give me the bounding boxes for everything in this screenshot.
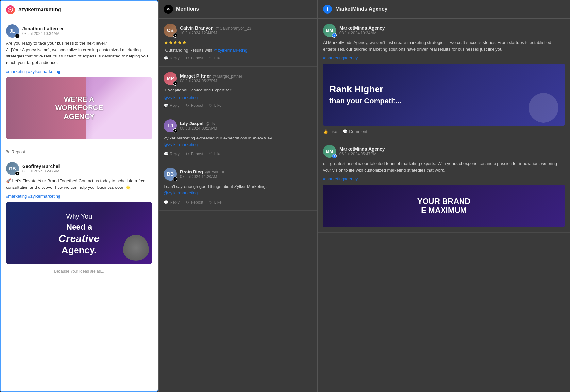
- repost-button-lily[interactable]: ↻ Repost: [185, 151, 203, 157]
- post-header-mm2: MM f MarketMinds Agency 06 Jul 2024 05:4…: [323, 145, 565, 158]
- repost-icon: ↻: [6, 149, 9, 154]
- reply-button-marget[interactable]: 💬 Reply: [164, 103, 180, 108]
- x-badge-geoffrey: ✕: [15, 171, 20, 176]
- comment-button-mm1[interactable]: 💬 Comment: [343, 129, 367, 134]
- left-column-title: #zylkermarketing: [18, 7, 61, 13]
- timestamp-geoffrey: 06 Jul 2024 05:47PM: [22, 169, 60, 173]
- user-header-row-lily: Lily Jaspal @Lily_j: [180, 121, 218, 126]
- user-info-calvin: Calvin Branyon @Calvinbranyon_23 10 Jul …: [180, 25, 251, 35]
- right-column: f MarketMinds Agency MM f MarketMinds Ag…: [318, 0, 570, 392]
- timestamp-jonathon: 08 Jul 2024 10:34AM: [22, 31, 64, 36]
- username-brain: Brain Bieg: [180, 169, 203, 174]
- user-info-mm2: MarketMinds Agency 06 Jul 2024 05:47PM: [339, 146, 385, 156]
- handle-lily: @Lily_j: [206, 122, 219, 126]
- avatar-brain: BB ✕: [164, 168, 177, 181]
- repost-icon-calvin: ↻: [185, 56, 190, 60]
- fb-post-2: MM f MarketMinds Agency 06 Jul 2024 05:4…: [318, 139, 570, 233]
- repost-button-marget[interactable]: ↻ Repost: [185, 103, 203, 108]
- handle-brain: @Brain_Bi: [205, 170, 224, 174]
- fb-actions-mm1: 👍 Like 💬 Comment: [323, 129, 565, 134]
- rank-text: Rank Higher than your Competit...: [329, 84, 401, 106]
- handle-marget: @Marget_pittner: [213, 74, 242, 79]
- actions-brain: 💬 Reply ↻ Repost ♡ Like: [164, 199, 312, 205]
- reply-icon-marget: 💬: [164, 103, 168, 108]
- image-caption: Because Your Ideas are as...: [6, 267, 152, 276]
- brand-text: YOUR BRAND E MAXIMUM: [417, 197, 471, 215]
- x-badge-jonathon: ✕: [15, 34, 20, 38]
- right-column-content: MM f MarketMinds Agency 08 Jul 2024 10:3…: [318, 19, 570, 392]
- workforce-text: WE'RE A WORKFORCE AGENCY: [55, 95, 103, 121]
- right-column-header: f MarketMinds Agency: [318, 0, 570, 19]
- like-button-brain[interactable]: ♡ Like: [209, 199, 222, 205]
- repost-button-calvin[interactable]: ↻ Repost: [185, 55, 203, 61]
- avatar-mm2: MM f: [323, 145, 336, 158]
- reply-button-lily[interactable]: 💬 Reply: [164, 151, 180, 157]
- fb-post-1: MM f MarketMinds Agency 08 Jul 2024 10:3…: [318, 19, 570, 139]
- user-info-mm1: MarketMinds Agency 08 Jul 2024 10:34AM: [339, 25, 385, 35]
- x-platform-icon: ✕: [164, 5, 173, 14]
- reply-icon: 💬: [164, 56, 168, 60]
- like-button-marget[interactable]: ♡ Like: [209, 103, 222, 108]
- zylker-icon: [6, 5, 15, 14]
- left-column-content: JL ✕ Jonathon Latterner 08 Jul 2024 10:3…: [1, 19, 158, 391]
- like-button-lily[interactable]: ♡ Like: [209, 151, 222, 157]
- post-image-brand: YOUR BRAND E MAXIMUM: [323, 185, 565, 227]
- mention-zylker-1: @zylkermarketing: [213, 48, 247, 53]
- repost-action-jonathon[interactable]: ↻ Repost: [1, 148, 158, 157]
- user-header-row-calvin: Calvin Branyon @Calvinbranyon_23: [180, 25, 251, 31]
- post-header-1: JL ✕ Jonathon Latterner 08 Jul 2024 10:3…: [6, 24, 152, 38]
- timestamp-mm2: 06 Jul 2024 05:47PM: [339, 152, 385, 156]
- user-info-marget: Marget Pittner @Marget_pittner 08 Jul 20…: [180, 74, 242, 83]
- timestamp-brain: 07 Jul 2024 11:20AM: [180, 174, 224, 179]
- username-mm1: MarketMinds Agency: [339, 25, 385, 31]
- reply-button-brain[interactable]: 💬 Reply: [164, 199, 180, 205]
- repost-icon-lily: ↻: [185, 152, 190, 156]
- left-post-2: GB ✕ Geoffrey Burchell 06 Jul 2024 05:47…: [1, 157, 158, 281]
- user-info-lily: Lily Jaspal @Lily_j 08 Jul 2024 03:25PM: [180, 121, 218, 131]
- actions-marget: 💬 Reply ↻ Repost ♡ Like: [164, 103, 312, 108]
- mention-marget: MP ✕ Marget Pittner @Marget_pittner 08 J…: [159, 67, 317, 114]
- left-post-1: JL ✕ Jonathon Latterner 08 Jul 2024 10:3…: [1, 19, 158, 148]
- avatar-jonathon: JL ✕: [6, 24, 19, 38]
- fb-badge-mm2: f: [332, 154, 337, 158]
- like-icon-mm1: 👍: [323, 129, 328, 134]
- middle-column-title: Mentions: [176, 6, 199, 12]
- mention-brain: BB ✕ Brain Bieg @Brain_Bi 07 Jul 2024 11…: [159, 162, 317, 211]
- post-header-brain: BB ✕ Brain Bieg @Brain_Bi 07 Jul 2024 11…: [164, 168, 312, 181]
- fb-badge-mm1: f: [332, 33, 337, 38]
- post-header-marget: MP ✕ Marget Pittner @Marget_pittner 08 J…: [164, 72, 312, 85]
- reply-button-calvin[interactable]: 💬 Reply: [164, 55, 180, 61]
- user-info-geoffrey: Geoffrey Burchell 06 Jul 2024 05:47PM: [22, 164, 60, 173]
- like-button-mm1[interactable]: 👍 Like: [323, 129, 337, 134]
- body-lily: Zylker Marketing exceeded our expectatio…: [164, 135, 312, 148]
- username-geoffrey: Geoffrey Burchell: [22, 164, 60, 169]
- timestamp-mm1: 08 Jul 2024 10:34AM: [339, 31, 385, 35]
- middle-column: ✕ Mentions CB ✕ Calvin Branyon @Calvinbr…: [158, 0, 318, 392]
- middle-column-header: ✕ Mentions: [159, 0, 317, 19]
- post-image-workforce: WE'RE A WORKFORCE AGENCY: [6, 77, 152, 139]
- hashtags-jonathon: #marketing #zylkermarketing: [6, 69, 152, 74]
- avatar-geoffrey: GB ✕: [6, 162, 19, 175]
- user-info-jonathon: Jonathon Latterner 08 Jul 2024 10:34AM: [22, 26, 64, 36]
- reply-icon-lily: 💬: [164, 152, 168, 156]
- reply-icon-brain: 💬: [164, 200, 168, 204]
- repost-button-brain[interactable]: ↻ Repost: [185, 199, 203, 205]
- body-mm1: At MarketMinds Agency, we don't just cre…: [323, 40, 565, 52]
- like-button-calvin[interactable]: ♡ Like: [209, 55, 222, 61]
- repost-icon-marget: ↻: [185, 103, 190, 108]
- user-info-brain: Brain Bieg @Brain_Bi 07 Jul 2024 11:20AM: [180, 169, 224, 179]
- body-brain: I can't say enough good things about Zyl…: [164, 183, 312, 196]
- username-jonathon: Jonathon Latterner: [22, 26, 64, 31]
- like-icon-calvin: ♡: [209, 56, 213, 60]
- comment-icon-mm1: 💬: [343, 129, 348, 134]
- body-mm2: our greatest asset is our talented team …: [323, 160, 565, 173]
- timestamp-marget: 08 Jul 2024 05:37PM: [180, 79, 242, 83]
- handle-calvin: @Calvinbranyon_23: [216, 26, 251, 31]
- like-icon-brain: ♡: [209, 200, 213, 204]
- avatar-lily: LJ ✕: [164, 119, 177, 132]
- timestamp-calvin: 10 Jul 2024 12:44PM: [180, 31, 251, 35]
- mention-calvin: CB ✕ Calvin Branyon @Calvinbranyon_23 10…: [159, 19, 317, 67]
- like-icon-marget: ♡: [209, 103, 213, 108]
- post-body-geoffrey: 🚀 Let's Elevate Your Brand Together! Con…: [6, 178, 152, 190]
- creative-text: Why You Need a Creative Agency.: [55, 207, 103, 259]
